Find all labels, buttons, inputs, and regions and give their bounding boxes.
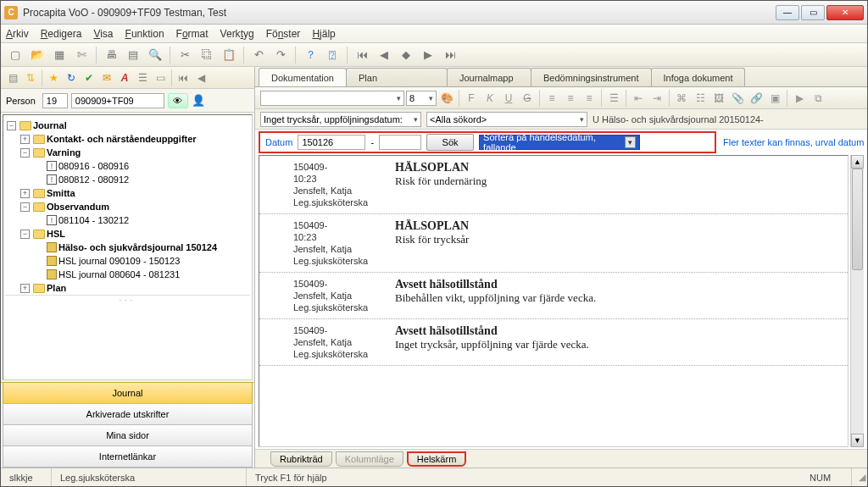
more-texts-link[interactable]: Fler texter kan finnas, urval datum	[723, 137, 864, 147]
tab-kolumnlage[interactable]: Kolumnläge	[336, 451, 403, 467]
person-code-input[interactable]	[71, 93, 164, 108]
view-person-button[interactable]: 👁	[168, 93, 188, 108]
cut-icon[interactable]: ✄	[72, 46, 91, 64]
underline-icon[interactable]: U	[500, 90, 517, 107]
sokord-combo[interactable]: <Alla sökord>▾	[426, 112, 587, 127]
paste-icon[interactable]: 📋	[220, 46, 238, 64]
bullets-icon[interactable]: ☰	[605, 90, 622, 107]
person-id-input[interactable]	[42, 93, 68, 108]
collapse-icon[interactable]: −	[20, 148, 30, 158]
book-icon[interactable]: ▤	[124, 46, 142, 64]
copy-icon[interactable]: ⿻	[198, 46, 216, 64]
entries-list[interactable]: 150409- 10:23 Jensfelt, Katja Leg.sjuksk…	[259, 155, 849, 447]
expand-icon[interactable]: +	[20, 135, 30, 144]
menu-hjalp[interactable]: Hjälp	[312, 28, 335, 40]
collapse-icon[interactable]: −	[20, 230, 30, 239]
print-icon[interactable]: 🖶	[102, 46, 120, 64]
journal-entry[interactable]: 150409- 10:23 Jensfelt, Katja Leg.sjuksk…	[259, 214, 848, 273]
check-icon[interactable]: ✔	[81, 69, 97, 86]
journal-entry[interactable]: 150409- Jensfelt, Katja Leg.sjukskötersk…	[259, 319, 848, 366]
back-icon[interactable]: ◀	[192, 69, 209, 86]
first-icon[interactable]: ⏮	[353, 46, 371, 64]
minimize-button[interactable]: —	[776, 5, 799, 20]
tree-item[interactable]: 080812 - 080912	[58, 173, 129, 186]
tree-varning[interactable]: Varning	[47, 146, 81, 159]
tree-observandum[interactable]: Observandum	[47, 200, 109, 213]
collapse-icon[interactable]: −	[7, 121, 16, 130]
image-icon[interactable]: 🖼	[710, 90, 727, 107]
tab-helskarm[interactable]: Helskärm	[407, 451, 466, 467]
tree-hsl[interactable]: HSL	[47, 227, 65, 241]
menu-verktyg[interactable]: Verktyg	[220, 28, 254, 40]
align-right-icon[interactable]: ≡	[581, 90, 598, 107]
expand-icon[interactable]: +	[20, 189, 30, 198]
attach-icon[interactable]: 📎	[729, 90, 746, 107]
font-size-combo[interactable]: 8▾	[406, 91, 437, 106]
tree-item[interactable]: HSL journal 090109 - 150123	[58, 254, 180, 268]
collapse-icon[interactable]: −	[20, 202, 30, 212]
scroll-thumb[interactable]	[852, 169, 863, 270]
tree-item[interactable]: Hälso- och sjukvårdsjournal 150124	[58, 241, 217, 254]
close-button[interactable]: ✕	[826, 5, 864, 20]
color-icon[interactable]: 🎨	[438, 90, 455, 107]
scroll-up-icon[interactable]: ▲	[851, 155, 864, 169]
marker-icon[interactable]: ◆	[397, 46, 415, 64]
tree-smitta[interactable]: Smitta	[47, 186, 75, 200]
indent-icon[interactable]: ⇥	[648, 90, 665, 107]
menu-fonster[interactable]: Fönster	[266, 28, 301, 40]
menu-redigera[interactable]: Redigera	[41, 28, 82, 40]
outdent-icon[interactable]: ⇤	[630, 90, 647, 107]
maximize-button[interactable]: ▭	[801, 5, 825, 20]
tree-plan[interactable]: Plan	[47, 281, 66, 295]
save-icon[interactable]: ▦	[50, 46, 69, 64]
link-icon[interactable]: 🔗	[748, 90, 765, 107]
undo-icon[interactable]: ↶	[249, 46, 268, 64]
journal-entry[interactable]: 150409- 10:23 Jensfelt, Katja Leg.sjuksk…	[259, 156, 848, 214]
phrase-icon[interactable]: ⌘	[673, 90, 690, 107]
menu-funktion[interactable]: Funktion	[125, 28, 164, 40]
sort-combo[interactable]: Sortera på händelsedatum, fallande▾	[479, 135, 640, 150]
font-combo[interactable]: ▾	[260, 91, 404, 106]
menu-visa[interactable]: Visa	[93, 28, 113, 40]
menu-arkiv[interactable]: Arkiv	[6, 28, 29, 40]
tab-dokumentation[interactable]: Dokumentation	[259, 68, 347, 86]
help-icon[interactable]: ？	[301, 46, 320, 64]
date-to-input[interactable]	[379, 135, 421, 150]
preview-icon[interactable]: 🔍	[146, 46, 164, 64]
tab-journalmapp[interactable]: Journalmapp	[447, 68, 531, 86]
filter-combo[interactable]: Inget trycksår, uppföljningsdatum:▾	[260, 112, 421, 127]
tab-infoga[interactable]: Infoga dokument	[651, 68, 746, 86]
doc-icon[interactable]: ▤	[4, 69, 21, 86]
tree-item[interactable]: 080916 - 080916	[58, 159, 129, 173]
tree-resize-grip[interactable]: ∙∙∙	[5, 295, 250, 303]
list-icon[interactable]: ☰	[134, 69, 151, 86]
star-icon[interactable]: ★	[45, 69, 62, 86]
strike-icon[interactable]: G	[519, 90, 536, 107]
tab-rubriktrad[interactable]: Rubrikträd	[270, 451, 332, 467]
italic-icon[interactable]: K	[481, 90, 498, 107]
open-icon[interactable]: 📂	[28, 46, 47, 64]
whatsthis-icon[interactable]: ⍰	[323, 46, 342, 64]
card-icon[interactable]: ▭	[152, 69, 169, 86]
tree-kontakt[interactable]: Kontakt- och närståendeuppgifter	[47, 132, 197, 146]
new-icon[interactable]: ▢	[6, 46, 25, 64]
mina-sidor-panel-button[interactable]: Mina sidor	[3, 424, 253, 446]
journal-entry[interactable]: 150409- Jensfelt, Katja Leg.sjukskötersk…	[259, 273, 848, 319]
cut2-icon[interactable]: ✂	[175, 46, 194, 64]
date-from-input[interactable]	[298, 135, 365, 150]
vertical-scrollbar[interactable]: ▲ ▼	[850, 155, 864, 447]
align-center-icon[interactable]: ≡	[562, 90, 579, 107]
tree-item[interactable]: 081104 - 130212	[58, 213, 129, 227]
play-icon[interactable]: ▶	[791, 90, 808, 107]
expand-icon[interactable]: +	[20, 284, 30, 293]
table-icon[interactable]: ☷	[692, 90, 709, 107]
redo-icon[interactable]: ↷	[271, 46, 290, 64]
tree-item[interactable]: HSL journal 080604 - 081231	[58, 268, 180, 281]
toggle-icon[interactable]: ⧉	[810, 90, 826, 107]
sliders-icon[interactable]: ⇅	[22, 69, 39, 86]
internetlankar-panel-button[interactable]: Internetlänkar	[3, 445, 253, 468]
tab-bedomning[interactable]: Bedömningsinstrument	[531, 68, 652, 86]
journal-panel-button[interactable]: Journal	[3, 382, 253, 404]
menu-format[interactable]: Format	[176, 28, 209, 40]
scroll-down-icon[interactable]: ▼	[851, 434, 864, 447]
